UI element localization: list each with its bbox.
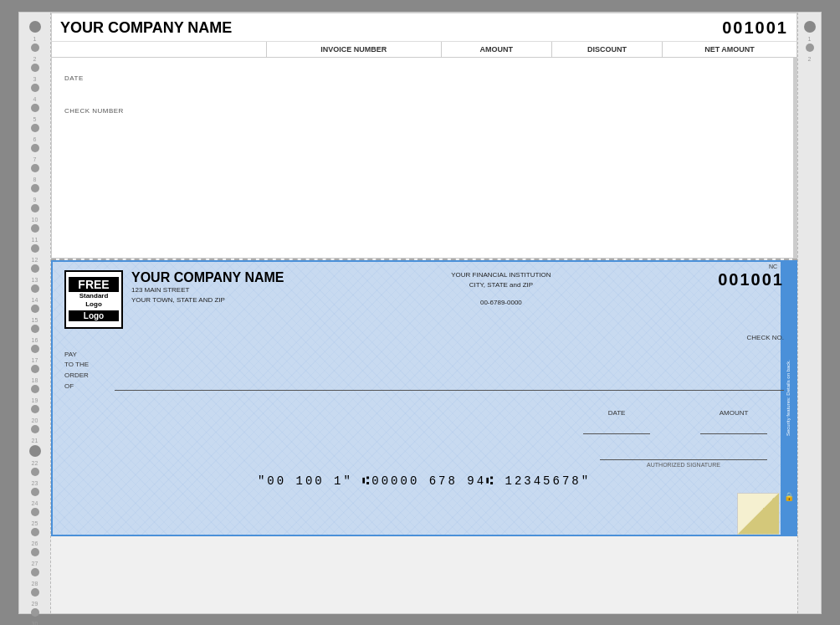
feed-hole (31, 305, 39, 313)
feed-hole (31, 204, 39, 213)
feed-hole (31, 164, 39, 172)
check-number-check: 001001 (718, 270, 784, 289)
feed-hole (31, 124, 39, 132)
detail-col-3 (796, 58, 796, 258)
feed-hole (804, 21, 816, 33)
company-name-check: YOUR COMPANY NAME (131, 270, 284, 285)
feed-hole (31, 405, 39, 413)
bank-location: CITY, STATE and ZIP (451, 280, 551, 291)
feed-hole (31, 325, 39, 333)
feed-hole (31, 284, 39, 293)
date-field-label: DATE (608, 409, 626, 417)
header-col-net: NET AMOUNT (663, 42, 796, 57)
feed-hole (31, 608, 39, 617)
check-number-label: CHECK NUMBER (64, 107, 781, 115)
company-name-top: YOUR COMPANY NAME (60, 19, 232, 37)
pay-label: PAYTO THEORDEROF (64, 350, 106, 392)
logo-standard-text: Standard Logo (79, 292, 109, 308)
feed-hole (31, 224, 39, 233)
feed-hole (806, 44, 814, 52)
header-col-discount: DISCOUNT (552, 42, 663, 57)
check-section: NC Security features: Details on back. 🔒… (51, 260, 797, 536)
company-address-line2: YOUR TOWN, STATE AND ZIP (131, 295, 284, 305)
bank-name: YOUR FINANCIAL INSTITUTION (451, 270, 551, 281)
detail-right (794, 58, 796, 258)
amount-field-line (700, 433, 767, 434)
header-row: INVOICE NUMBER AMOUNT DISCOUNT NET AMOUN… (51, 41, 797, 58)
check-top-row: FREE Standard Logo Logo YOUR COMPANY NAM… (64, 270, 784, 329)
top-header: YOUR COMPANY NAME 001001 (51, 13, 797, 41)
feed-hole (31, 244, 39, 253)
feed-hole (31, 144, 39, 152)
amount-field-label: AMOUNT (720, 409, 749, 417)
page-curl (737, 493, 779, 535)
feed-hole (31, 385, 39, 393)
feed-hole (31, 64, 39, 72)
date-amount-row: DATE AMOUNT (64, 409, 767, 434)
header-col-invoice: INVOICE NUMBER (267, 42, 442, 57)
feed-hole (31, 365, 39, 373)
feed-hole (31, 104, 39, 112)
signature-row: AUTHORIZED SIGNATURE (64, 459, 767, 468)
feed-hole (31, 264, 39, 273)
routing-number: 00-6789-0000 (451, 298, 551, 309)
logo-box: FREE Standard Logo Logo (64, 270, 123, 329)
feed-hole (31, 468, 39, 476)
check-mid-row: CHECK NO. (64, 334, 784, 341)
signature-line (600, 459, 767, 460)
date-field: DATE (583, 409, 650, 434)
date-field-line (583, 433, 650, 434)
logo-free-text: FREE (69, 277, 119, 292)
signature-area: AUTHORIZED SIGNATURE (600, 459, 767, 468)
check-no-label: CHECK NO. (747, 334, 784, 341)
header-col-amount: AMOUNT (442, 42, 552, 57)
company-address-line1: 123 MAIN STREET (131, 285, 284, 295)
check-number-top: 001001 (722, 18, 788, 38)
check-logo-company: FREE Standard Logo Logo YOUR COMPANY NAM… (64, 270, 284, 329)
feed-hole (31, 425, 39, 433)
feed-hole (31, 508, 39, 516)
feed-holes-right: 1 2 (797, 13, 821, 613)
content-area: YOUR COMPANY NAME 001001 INVOICE NUMBER … (51, 13, 797, 613)
feed-hole (31, 548, 39, 556)
micr-line: "00 100 1" ⑆00000 678 94⑆ 12345678" (64, 474, 784, 488)
detail-left: DATE CHECK NUMBER (52, 58, 794, 258)
company-info: YOUR COMPANY NAME 123 MAIN STREET YOUR T… (131, 270, 284, 305)
page-wrapper: 1 2 3 4 5 6 7 8 9 10 11 12 13 1 (0, 0, 840, 625)
feed-hole (31, 84, 39, 92)
pay-row: PAYTO THEORDEROF (64, 350, 784, 392)
feed-hole (29, 21, 41, 33)
authorized-signature-label: AUTHORIZED SIGNATURE (647, 462, 720, 468)
check-inner: FREE Standard Logo Logo YOUR COMPANY NAM… (53, 262, 796, 535)
feed-hole (31, 184, 39, 192)
feed-holes-left: 1 2 3 4 5 6 7 8 9 10 11 12 13 1 (19, 13, 51, 613)
logo-logo-text: Logo (69, 310, 119, 321)
feed-hole (31, 568, 39, 576)
feed-hole (31, 345, 39, 353)
amount-field: AMOUNT (700, 409, 767, 434)
detail-area: DATE CHECK NUMBER (51, 58, 797, 259)
feed-hole (31, 528, 39, 536)
document: 1 2 3 4 5 6 7 8 9 10 11 12 13 1 (18, 12, 822, 614)
feed-hole (31, 488, 39, 496)
bank-info: YOUR FINANCIAL INSTITUTION CITY, STATE a… (451, 270, 551, 309)
feed-hole (31, 588, 39, 597)
feed-hole (29, 445, 41, 457)
date-label: DATE (64, 74, 781, 82)
feed-hole (31, 44, 39, 52)
pay-line (115, 390, 784, 391)
header-col-addr (52, 42, 267, 57)
